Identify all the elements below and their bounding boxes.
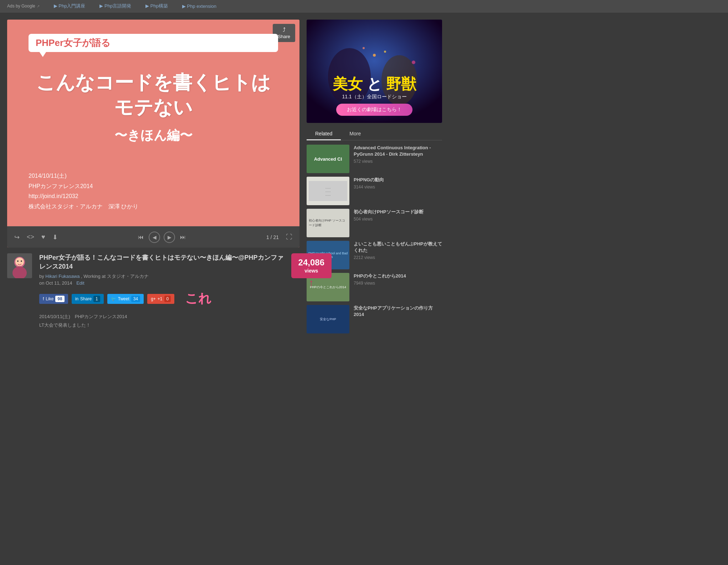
slide-meta-line1: 2014/10/11(土) — [29, 171, 278, 181]
related-title: PHPの今とこれから2014 — [354, 273, 442, 279]
related-info: 初心者向けPHPソースコード診断 504 views — [354, 209, 442, 237]
thumb-text: Advanced CI — [311, 153, 346, 165]
svg-point-5 — [21, 260, 22, 262]
ad-banner: ✕ Ad 世紀のラブストーリー、待望の実写映画化！ — [307, 20, 442, 123]
main-container: ⤴ Share PHPer女子が語る こんなコードを書くヒトはモテない 〜きほん… — [0, 12, 728, 342]
right-sidebar: ✕ Ad 世紀のラブストーリー、待望の実写映画化！ — [307, 20, 442, 333]
related-info: 安全なPHPアプリケーションの作り方2014 — [354, 305, 442, 333]
related-title: 初心者向けPHPソースコード診断 — [354, 209, 442, 215]
li-label: Share — [80, 296, 92, 301]
svg-point-12 — [412, 61, 415, 64]
embed-ctrl-icon[interactable]: <> — [27, 233, 34, 241]
ads-label: Ads by Google — [7, 4, 35, 9]
ad-cta-button[interactable]: お近くの劇場はこちら！ — [336, 104, 412, 116]
related-views: 504 views — [354, 217, 442, 222]
svg-point-9 — [373, 54, 376, 57]
nav-play-button[interactable]: ▶ — [164, 232, 175, 243]
social-buttons: f Like 98 in Share 1 🐦 Tw — [39, 290, 284, 307]
thumb-text: 安全なPHP — [320, 317, 336, 322]
author-link[interactable]: Hikari Fukasawa — [45, 274, 80, 279]
fb-label: Like — [46, 296, 53, 301]
fullscreen-button[interactable]: ⛶ — [286, 233, 292, 241]
related-thumb: 安全なPHP — [307, 305, 349, 333]
date-label: on Oct 11, 2014 — [39, 280, 72, 286]
li-icon: in — [75, 296, 78, 301]
like-ctrl-icon[interactable]: ♥ — [41, 233, 45, 241]
working-at: Working at スタジオ・アルカナ — [83, 274, 149, 279]
thumb-visual: .................. — [309, 181, 347, 201]
gplus-count: 0 — [164, 296, 171, 302]
tab-more[interactable]: More — [341, 128, 369, 140]
slide-subtitle: 〜きほん編〜 — [29, 127, 278, 144]
thumb-text: 初心者向けPHP ソースコード診断 — [309, 218, 347, 228]
twitter-tweet-button[interactable]: 🐦 Tweet 34 — [107, 294, 144, 304]
external-link-icon: ↗ — [37, 4, 40, 8]
views-label: views — [298, 268, 324, 274]
ad-link-php-ext[interactable]: ▶ Php extension — [182, 4, 216, 9]
info-section: PHPer女子が語る！こんなコードを書くヒトはモテない〜きほん編〜@PHPカンフ… — [7, 248, 299, 335]
tw-count: 34 — [131, 296, 140, 302]
ad-title-char2: と — [367, 76, 382, 92]
related-info: よいことも悪いこともぜんぶPHPが教えてくれた 2212 views — [354, 241, 442, 269]
related-title: よいことも悪いこともぜんぶPHPが教えてくれた — [354, 241, 442, 254]
related-item[interactable]: Advanced CI Advanced Continuous Integrat… — [307, 145, 442, 173]
share-icon: ⤴ — [283, 27, 286, 33]
related-thumb: .................. — [307, 177, 349, 205]
views-arrow-icon: ↑ — [309, 277, 314, 289]
related-item[interactable]: 安全なPHP 安全なPHPアプリケーションの作り方2014 — [307, 305, 442, 333]
slide-viewer: ⤴ Share PHPer女子が語る こんなコードを書くヒトはモテない 〜きほん… — [7, 20, 299, 248]
related-thumb: 初心者向けPHP ソースコード診断 — [307, 209, 349, 237]
svg-point-11 — [384, 51, 386, 53]
by-label: by — [39, 274, 44, 279]
related-views: 7949 views — [354, 281, 442, 286]
gplus-icon: g+ — [151, 296, 156, 301]
tab-related[interactable]: Related — [307, 128, 341, 140]
related-item[interactable]: 初心者向けPHP ソースコード診断 初心者向けPHPソースコード診断 504 v… — [307, 209, 442, 237]
info-content: PHPer女子が語る！こんなコードを書くヒトはモテない〜きほん編〜@PHPカンフ… — [39, 253, 332, 329]
slide-controls: ↪ <> ♥ ⬇ ⏮ ◀ ▶ ⏭ 1 / 21 ⛶ — [7, 226, 299, 248]
ad-title-char1: 美女 — [333, 76, 363, 92]
linkedin-share-button[interactable]: in Share 1 — [72, 294, 104, 304]
edit-link[interactable]: Edit — [76, 280, 84, 286]
kore-annotation: これ — [185, 290, 211, 307]
ad-title-char3: 野獣 — [386, 76, 416, 92]
ad-link-php-intro[interactable]: ▶ Php入門講座 — [54, 3, 86, 9]
related-info: PHPの今とこれから2014 7949 views — [354, 273, 442, 301]
slide-bubble: PHPer女子が語る — [29, 34, 278, 52]
ad-link-php-dev[interactable]: ▶ Php言語開発 — [99, 3, 131, 9]
current-slide: 1 — [266, 234, 269, 240]
fb-icon: f — [43, 296, 44, 301]
ad-link-php-build[interactable]: ▶ Php構築 — [145, 3, 168, 9]
presentation-title: PHPer女子が語る！こんなコードを書くヒトはモテない〜きほん編〜@PHPカンフ… — [39, 253, 284, 271]
nav-prev-button[interactable]: ◀ — [149, 232, 160, 243]
related-list: Advanced CI Advanced Continuous Integrat… — [307, 145, 442, 333]
download-ctrl-icon[interactable]: ⬇ — [52, 233, 58, 241]
top-ad-bar: Ads by Google ↗ ▶ Php入門講座 ▶ Php言語開発 ▶ Ph… — [0, 0, 728, 12]
gplus-button[interactable]: g+ +1 0 — [147, 294, 174, 304]
slide-bubble-text: PHPer女子が語る — [36, 37, 111, 48]
related-thumb: Advanced CI — [307, 145, 349, 173]
facebook-like-button[interactable]: f Like 98 — [39, 294, 68, 304]
related-item[interactable]: .................. PHPNGの動向 3144 views — [307, 177, 442, 205]
nav-last-button[interactable]: ⏭ — [179, 234, 187, 240]
date-line: on Oct 11, 2014 Edit — [39, 280, 284, 286]
share-ctrl-icon[interactable]: ↪ — [14, 233, 20, 241]
tabs-container: Related More — [307, 128, 442, 140]
related-title: PHPNGの動向 — [354, 177, 442, 183]
nav-first-button[interactable]: ⏮ — [137, 234, 145, 240]
related-info: Advanced Continuous Integration - PyGrun… — [354, 145, 442, 173]
related-info: PHPNGの動向 3144 views — [354, 177, 442, 205]
related-title: Advanced Continuous Integration - PyGrun… — [354, 145, 442, 157]
info-top-row: PHPer女子が語る！こんなコードを書くヒトはモテない〜きほん編〜@PHPカンフ… — [39, 253, 332, 329]
nav-controls: ⏮ ◀ ▶ ⏭ — [137, 232, 187, 243]
slide-meta-line3: http://joind.in/12032 — [29, 191, 278, 202]
slide-main-title: こんなコードを書くヒトはモテない — [29, 70, 278, 120]
tw-icon: 🐦 — [111, 296, 116, 301]
slide-meta: 2014/10/11(土) PHPカンファレンス2014 http://join… — [29, 171, 278, 212]
ads-by-google: Ads by Google ↗ — [7, 4, 40, 9]
svg-point-4 — [17, 260, 19, 262]
gplus-label: +1 — [158, 296, 163, 301]
slide-meta-line4: 株式会社スタジオ・アルカナ 深澤 ひかり — [29, 202, 278, 212]
meta-text2: LT大会で発表しました！ — [39, 321, 284, 329]
svg-point-10 — [363, 47, 365, 49]
